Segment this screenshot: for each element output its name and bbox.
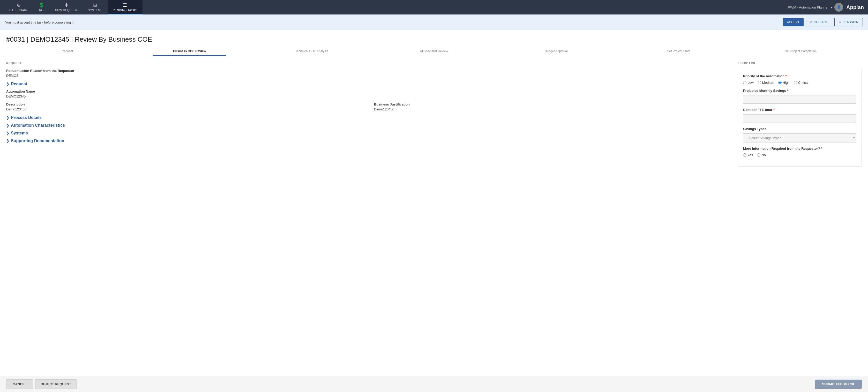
priority-required-star: * xyxy=(785,74,786,78)
business-justification-col: Business Justification Demo123456 xyxy=(374,102,732,115)
more-info-no[interactable]: No xyxy=(757,153,766,157)
accept-button[interactable]: ACCEPT xyxy=(783,18,804,26)
alert-banner: You must accept this task before complet… xyxy=(0,14,868,30)
nav-dashboard[interactable]: ⊕ DASHBOARD xyxy=(4,0,34,14)
priority-radio-group: Low Medium High Critical xyxy=(743,81,856,85)
automation-name-value: DEMO12345 xyxy=(6,94,732,98)
step-request-label: Request xyxy=(62,50,73,53)
process-details-collapsible[interactable]: ❯ Process Details xyxy=(6,115,732,120)
supporting-doc-label: Supporting Documentation xyxy=(11,139,64,143)
priority-medium-radio[interactable] xyxy=(758,81,761,84)
more-info-no-radio[interactable] xyxy=(757,153,761,157)
request-section-header: REQUEST xyxy=(6,62,732,65)
resubmission-value: DEMOS xyxy=(6,74,732,77)
resubmission-label: Resubmission Reason from the Requestor xyxy=(6,69,732,73)
more-info-yes-radio[interactable] xyxy=(743,153,746,157)
priority-low-label: Low xyxy=(747,81,754,85)
step-set-project-start[interactable]: Set Project Start xyxy=(617,46,740,56)
appian-logo: Appian xyxy=(846,4,864,10)
reassign-button[interactable]: ↪ REASSIGN xyxy=(834,18,863,26)
priority-critical-radio[interactable] xyxy=(794,81,797,84)
process-details-label: Process Details xyxy=(11,115,42,120)
priority-high[interactable]: High xyxy=(778,81,789,85)
business-justification-label: Business Justification xyxy=(374,102,732,106)
step-budget-approval[interactable]: Budget Approval xyxy=(495,46,617,56)
more-info-yes[interactable]: Yes xyxy=(743,153,753,157)
savings-types-select[interactable]: --Select Savings Types-- xyxy=(743,133,856,142)
priority-low[interactable]: Low xyxy=(743,81,754,85)
systems-collapsible[interactable]: ❯ Systems xyxy=(6,131,732,135)
description-value: Demo123456 xyxy=(6,107,364,111)
nav-new-request-label: NEW REQUEST xyxy=(55,8,78,12)
chevron-right-supporting-icon: ❯ xyxy=(6,139,9,143)
request-collapsible-label: Request xyxy=(11,82,27,86)
feedback-section-header: FEEDBACK xyxy=(738,62,862,65)
cost-fte-label: Cost per FTE hour * xyxy=(743,108,856,112)
more-info-star: * xyxy=(821,146,822,151)
dashboard-icon: ⊕ xyxy=(17,2,21,8)
priority-critical-label: Critical xyxy=(798,81,808,85)
chevron-down-icon: ▾ xyxy=(831,5,832,9)
request-collapsible[interactable]: ❯ Request xyxy=(6,82,732,86)
description-col: Description Demo123456 xyxy=(6,102,364,115)
priority-high-radio[interactable] xyxy=(778,81,782,84)
nav-systems-label: SYSTEMS xyxy=(88,8,102,12)
go-back-label: GO BACK xyxy=(814,21,828,24)
step-technical-coe-label: Technical COE Analysis xyxy=(296,50,328,53)
priority-label: Priority of the Automation * xyxy=(743,74,856,78)
step-business-coe-label: Business COE Review xyxy=(173,50,206,53)
step-set-project-completion[interactable]: Set Project Completion xyxy=(740,46,862,56)
priority-high-label: High xyxy=(783,81,789,85)
step-ai-specialist-label: AI Specialist Review xyxy=(420,50,448,53)
step-technical-coe-analysis[interactable]: Technical COE Analysis xyxy=(251,46,373,56)
step-ai-specialist-review[interactable]: AI Specialist Review xyxy=(373,46,495,56)
savings-types-label: Savings Types xyxy=(743,127,856,131)
priority-low-radio[interactable] xyxy=(743,81,746,84)
more-info-label: More Information Required from the Reque… xyxy=(743,146,856,151)
more-info-no-label: No xyxy=(762,153,766,157)
step-budget-approval-label: Budget Approval xyxy=(545,50,568,53)
reassign-label: REASSIGN xyxy=(842,21,859,24)
page-title-area: #0031 | DEMO12345 | Review By Business C… xyxy=(0,30,868,46)
go-back-button[interactable]: ↺ GO BACK xyxy=(806,18,832,26)
nav-items: ⊕ DASHBOARD 💲 ROI ✚ NEW REQUEST ⊞ SYSTEM… xyxy=(4,0,788,14)
nav-pending-tasks-label: PENDING TASKS xyxy=(113,8,137,12)
chevron-right-automation-icon: ❯ xyxy=(6,123,9,128)
step-project-start-label: Set Project Start xyxy=(667,50,689,53)
request-details: Automation Name DEMO12345 Description De… xyxy=(6,90,732,115)
reassign-icon: ↪ xyxy=(839,21,841,24)
roi-icon: 💲 xyxy=(39,2,45,8)
projected-savings-input[interactable] xyxy=(743,95,856,104)
priority-medium-label: Medium xyxy=(762,81,774,85)
projected-savings-star: * xyxy=(787,89,788,93)
nav-new-request[interactable]: ✚ NEW REQUEST xyxy=(50,0,83,14)
top-navigation: ⊕ DASHBOARD 💲 ROI ✚ NEW REQUEST ⊞ SYSTEM… xyxy=(0,0,868,14)
automation-char-label: Automation Characteristics xyxy=(11,123,65,128)
nav-roi[interactable]: 💲 ROI xyxy=(34,0,50,14)
cost-fte-input[interactable] xyxy=(743,114,856,123)
step-business-coe-review[interactable]: Business COE Review xyxy=(128,46,251,56)
nav-right: RWM - Automation Planner ▾ 👤 Appian xyxy=(788,3,864,12)
automation-char-collapsible[interactable]: ❯ Automation Characteristics xyxy=(6,123,732,128)
chevron-right-systems-icon: ❯ xyxy=(6,131,9,135)
main-content: REQUEST Resubmission Reason from the Req… xyxy=(0,56,868,172)
nav-systems[interactable]: ⊞ SYSTEMS xyxy=(83,0,107,14)
step-project-completion-label: Set Project Completion xyxy=(785,50,816,53)
user-menu[interactable]: RWM - Automation Planner ▾ 👤 xyxy=(788,3,843,12)
priority-critical[interactable]: Critical xyxy=(794,81,808,85)
page-title: #0031 | DEMO12345 | Review By Business C… xyxy=(6,35,862,43)
business-justification-value: Demo123456 xyxy=(374,107,732,111)
alert-text: You must accept this task before complet… xyxy=(5,21,73,24)
projected-savings-label: Projected Monthly Savings * xyxy=(743,89,856,93)
automation-name-label: Automation Name xyxy=(6,90,732,93)
feedback-box: Priority of the Automation * Low Medium … xyxy=(738,69,862,166)
systems-icon: ⊞ xyxy=(93,2,97,8)
nav-dashboard-label: DASHBOARD xyxy=(9,8,28,12)
cost-fte-star: * xyxy=(773,108,775,112)
user-label: RWM - Automation Planner xyxy=(788,5,829,9)
step-request[interactable]: Request xyxy=(6,46,128,56)
supporting-doc-collapsible[interactable]: ❯ Supporting Documentation xyxy=(6,139,732,143)
nav-pending-tasks[interactable]: ☰ PENDING TASKS xyxy=(107,0,143,14)
nav-roi-label: ROI xyxy=(39,8,44,12)
priority-medium[interactable]: Medium xyxy=(758,81,774,85)
